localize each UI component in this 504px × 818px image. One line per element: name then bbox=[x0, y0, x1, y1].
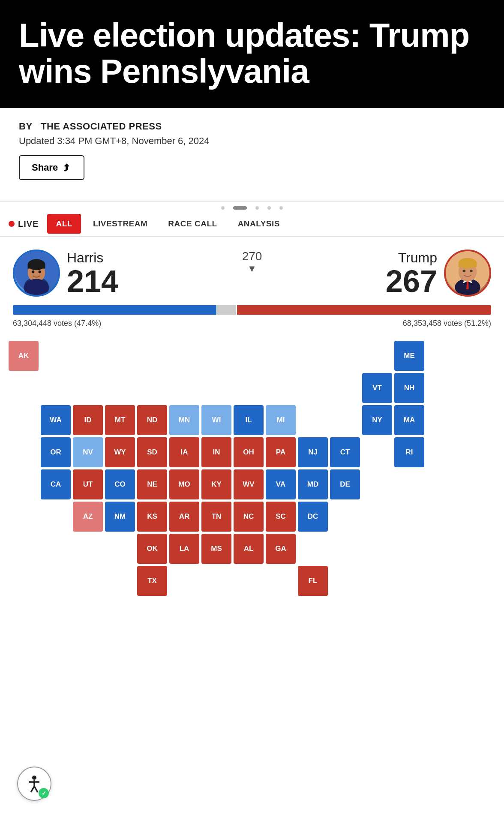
empty-6-2 bbox=[73, 534, 103, 564]
state-pa[interactable]: PA bbox=[266, 437, 296, 467]
empty-2-9 bbox=[298, 405, 328, 435]
green-check: ✓ bbox=[39, 788, 49, 798]
empty-0-7 bbox=[234, 341, 264, 371]
state-la[interactable]: LA bbox=[169, 534, 199, 564]
state-sd[interactable]: SD bbox=[137, 437, 167, 467]
empty-1-9 bbox=[298, 373, 328, 403]
trump-info: Trump 267 bbox=[386, 250, 437, 297]
scroll-dot-4 bbox=[267, 206, 271, 210]
state-wa[interactable]: WA bbox=[41, 405, 71, 435]
svg-line-24 bbox=[34, 786, 38, 792]
state-nv[interactable]: NV bbox=[73, 437, 103, 467]
svg-point-19 bbox=[470, 270, 472, 273]
state-fl[interactable]: FL bbox=[298, 566, 328, 596]
harris-vote-count: 63,304,448 votes (47.4%) bbox=[13, 319, 101, 328]
empty-0-8 bbox=[266, 341, 296, 371]
state-tx[interactable]: TX bbox=[137, 566, 167, 596]
trump-photo bbox=[444, 250, 491, 297]
empty-7-1 bbox=[41, 566, 71, 596]
live-label: LIVE bbox=[18, 219, 39, 229]
harris-name: Harris bbox=[67, 250, 118, 266]
state-mo[interactable]: MO bbox=[169, 469, 199, 499]
state-ct[interactable]: CT bbox=[330, 437, 360, 467]
state-nc[interactable]: NC bbox=[234, 502, 264, 532]
state-ky[interactable]: KY bbox=[201, 469, 231, 499]
empty-1-5 bbox=[169, 373, 199, 403]
state-in[interactable]: IN bbox=[201, 437, 231, 467]
scroll-dot-1 bbox=[221, 206, 225, 210]
accessibility-button[interactable]: ✓ bbox=[17, 767, 51, 801]
state-ga[interactable]: GA bbox=[266, 534, 296, 564]
state-nm[interactable]: NM bbox=[105, 502, 135, 532]
empty-7-6 bbox=[201, 566, 231, 596]
state-ia[interactable]: IA bbox=[169, 437, 199, 467]
empty-7-0 bbox=[9, 566, 39, 596]
state-nj[interactable]: NJ bbox=[298, 437, 328, 467]
state-ok[interactable]: OK bbox=[137, 534, 167, 564]
state-wy[interactable]: WY bbox=[105, 437, 135, 467]
live-indicator: LIVE bbox=[9, 219, 39, 229]
state-or[interactable]: OR bbox=[41, 437, 71, 467]
tab-race-call[interactable]: RACE CALL bbox=[158, 211, 227, 236]
tab-analysis[interactable]: ANALYSIS bbox=[228, 211, 290, 236]
empty-0-3 bbox=[105, 341, 135, 371]
state-mi[interactable]: MI bbox=[266, 405, 296, 435]
empty-0-5 bbox=[169, 341, 199, 371]
trump-vote-count: 68,353,458 votes (51.2%) bbox=[403, 319, 491, 328]
state-wi[interactable]: WI bbox=[201, 405, 231, 435]
byline-prefix: BY bbox=[19, 121, 32, 132]
tab-livestream[interactable]: LIVESTREAM bbox=[83, 211, 158, 236]
state-ri[interactable]: RI bbox=[394, 437, 424, 467]
empty-1-3 bbox=[105, 373, 135, 403]
empty-6-12 bbox=[394, 534, 424, 564]
state-sc[interactable]: SC bbox=[266, 502, 296, 532]
state-ak[interactable]: AK bbox=[9, 341, 39, 371]
state-id[interactable]: ID bbox=[73, 405, 103, 435]
share-icon: ⮭ bbox=[62, 162, 72, 173]
tab-all[interactable]: ALL bbox=[47, 214, 81, 234]
empty-1-1 bbox=[41, 373, 71, 403]
state-wv[interactable]: WV bbox=[234, 469, 264, 499]
state-nd[interactable]: ND bbox=[137, 405, 167, 435]
state-az[interactable]: AZ bbox=[73, 502, 103, 532]
empty-1-7 bbox=[234, 373, 264, 403]
state-ca[interactable]: CA bbox=[41, 469, 71, 499]
state-ne[interactable]: NE bbox=[137, 469, 167, 499]
state-de[interactable]: DE bbox=[330, 469, 360, 499]
state-ks[interactable]: KS bbox=[137, 502, 167, 532]
state-al[interactable]: AL bbox=[234, 534, 264, 564]
vote-counts: 63,304,448 votes (47.4%) 68,353,458 vote… bbox=[0, 317, 504, 337]
state-ar[interactable]: AR bbox=[169, 502, 199, 532]
state-co[interactable]: CO bbox=[105, 469, 135, 499]
headline: Live election updates: Trump wins Pennsl… bbox=[19, 17, 485, 89]
byline: BY THE ASSOCIATED PRESS bbox=[19, 121, 485, 132]
state-ma[interactable]: MA bbox=[394, 405, 424, 435]
byline-section: BY THE ASSOCIATED PRESS Updated 3:34 PM … bbox=[0, 108, 504, 184]
empty-2-0 bbox=[9, 405, 39, 435]
map-row-5: AZNMKSARTNNCSCDC bbox=[9, 502, 495, 532]
map-row-1: VTNH bbox=[9, 373, 495, 403]
state-ut[interactable]: UT bbox=[73, 469, 103, 499]
state-ms[interactable]: MS bbox=[201, 534, 231, 564]
empty-7-5 bbox=[169, 566, 199, 596]
threshold-number: 270 bbox=[242, 250, 262, 263]
state-nh[interactable]: NH bbox=[394, 373, 424, 403]
state-mt[interactable]: MT bbox=[105, 405, 135, 435]
state-me[interactable]: ME bbox=[394, 341, 424, 371]
state-il[interactable]: IL bbox=[234, 405, 264, 435]
state-vt[interactable]: VT bbox=[362, 373, 392, 403]
state-md[interactable]: MD bbox=[298, 469, 328, 499]
share-button[interactable]: Share ⮭ bbox=[19, 155, 84, 180]
state-oh[interactable]: OH bbox=[234, 437, 264, 467]
empty-5-11 bbox=[362, 502, 392, 532]
state-ny[interactable]: NY bbox=[362, 405, 392, 435]
state-tn[interactable]: TN bbox=[201, 502, 231, 532]
trump-candidate: Trump 267 bbox=[386, 250, 491, 297]
header-section: Live election updates: Trump wins Pennsl… bbox=[0, 0, 504, 108]
empty-6-11 bbox=[362, 534, 392, 564]
state-dc[interactable]: DC bbox=[298, 502, 328, 532]
state-va[interactable]: VA bbox=[266, 469, 296, 499]
scroll-dot-3 bbox=[255, 206, 259, 210]
empty-1-10 bbox=[330, 373, 360, 403]
state-mn[interactable]: MN bbox=[169, 405, 199, 435]
